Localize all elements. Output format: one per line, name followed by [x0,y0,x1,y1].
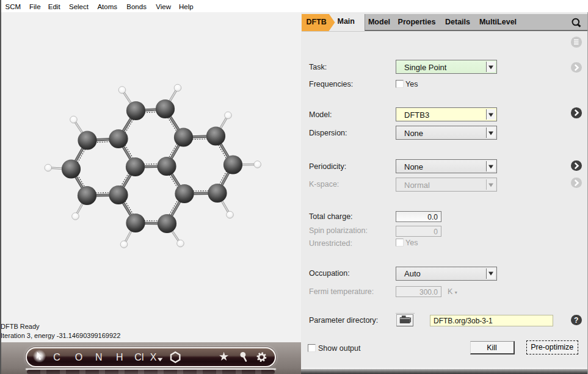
svg-text:?: ? [574,316,578,325]
